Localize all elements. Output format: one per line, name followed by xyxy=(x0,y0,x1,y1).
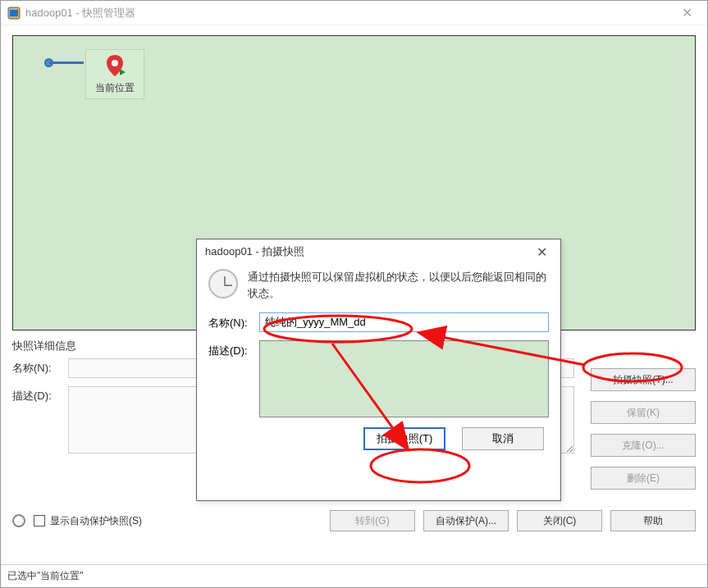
dialog-cancel-button[interactable]: 取消 xyxy=(462,427,544,450)
show-autoprotect-checkbox[interactable]: 显示自动保护快照(S) xyxy=(34,514,142,528)
detail-desc-label: 描述(D): xyxy=(12,386,68,403)
autoprotect-button[interactable]: 自动保护(A)... xyxy=(423,510,509,531)
dialog-desc-input[interactable] xyxy=(259,340,549,417)
current-state-node[interactable]: 当前位置 xyxy=(85,49,144,99)
take-snapshot-button[interactable]: 拍摄快照(T)... xyxy=(591,368,696,391)
current-state-label: 当前位置 xyxy=(95,82,135,93)
dialog-body: 通过拍摄快照可以保留虚拟机的状态，以便以后您能返回相同的状态。 名称(N): 描… xyxy=(197,264,560,458)
dialog-desc-label: 描述(D): xyxy=(208,340,259,358)
checkbox-icon xyxy=(34,515,45,526)
svg-rect-1 xyxy=(10,10,18,16)
dialog-name-row: 名称(N): xyxy=(208,312,549,332)
dialog-titlebar: hadoop01 - 拍摄快照 ✕ xyxy=(197,239,560,264)
dialog-info-text: 通过拍摄快照可以保留虚拟机的状态，以便以后您能返回相同的状态。 xyxy=(248,269,549,301)
window-titlebar: hadoop01 - 快照管理器 ✕ xyxy=(1,1,707,25)
take-snapshot-dialog: hadoop01 - 拍摄快照 ✕ 通过拍摄快照可以保留虚拟机的状态，以便以后您… xyxy=(196,239,561,501)
clone-button[interactable]: 克隆(O)... xyxy=(591,434,696,457)
radio-indicator xyxy=(12,514,25,527)
help-button[interactable]: 帮助 xyxy=(610,510,696,531)
timeline-arrow xyxy=(49,62,84,64)
status-bar: 已选中"当前位置" xyxy=(1,564,707,587)
show-autoprotect-label: 显示自动保护快照(S) xyxy=(50,514,142,528)
detail-name-label: 名称(N): xyxy=(12,358,68,376)
goto-button[interactable]: 转到(G) xyxy=(330,510,415,531)
dialog-button-row: 拍摄快照(T) 取消 xyxy=(208,427,549,450)
window-close-button[interactable]: ✕ xyxy=(674,5,701,21)
dialog-title: hadoop01 - 拍摄快照 xyxy=(205,244,532,259)
app-icon xyxy=(7,7,21,20)
details-button-panel: 拍摄快照(T)... 保留(K) 克隆(O)... 删除(E) xyxy=(591,358,696,490)
dialog-name-label: 名称(N): xyxy=(208,312,259,330)
keep-button[interactable]: 保留(K) xyxy=(591,401,696,424)
svg-point-2 xyxy=(112,60,118,66)
bottom-button-row: 显示自动保护快照(S) 转到(G) 自动保护(A)... 关闭(C) 帮助 xyxy=(12,510,696,531)
dialog-desc-row: 描述(D): xyxy=(208,340,549,417)
dialog-name-input[interactable] xyxy=(259,312,549,332)
window-title: hadoop01 - 快照管理器 xyxy=(25,6,674,21)
location-pin-icon xyxy=(104,55,126,80)
dialog-info-row: 通过拍摄快照可以保留虚拟机的状态，以便以后您能返回相同的状态。 xyxy=(208,269,549,301)
delete-button[interactable]: 删除(E) xyxy=(591,467,696,490)
dialog-ok-button[interactable]: 拍摄快照(T) xyxy=(363,427,445,450)
dialog-close-button[interactable]: ✕ xyxy=(532,244,552,260)
clock-icon xyxy=(208,269,238,299)
close-button[interactable]: 关闭(C) xyxy=(517,510,602,531)
